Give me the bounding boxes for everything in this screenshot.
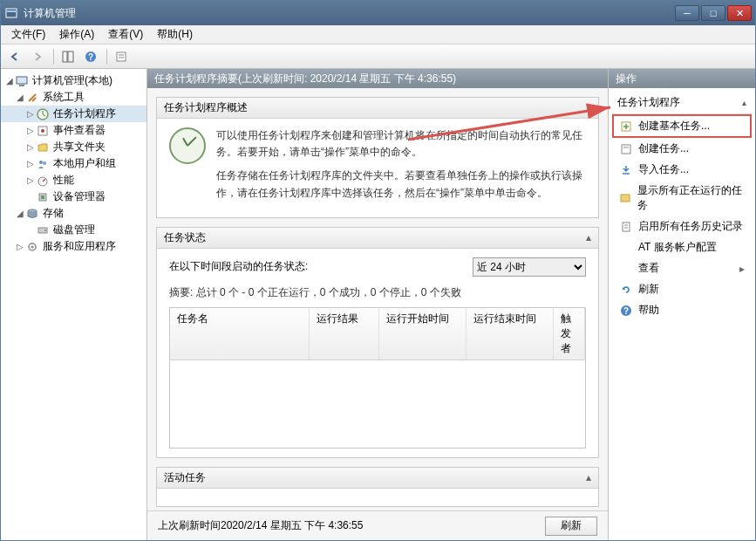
- import-icon: [619, 163, 633, 177]
- show-hide-tree-button[interactable]: [58, 47, 78, 66]
- svg-rect-0: [6, 9, 17, 17]
- chevron-up-icon: ▴: [586, 102, 591, 114]
- action-label: AT 服务帐户配置: [638, 240, 717, 255]
- svg-rect-6: [117, 52, 126, 61]
- action-show-running[interactable]: 显示所有正在运行的任务: [614, 181, 750, 216]
- active-header[interactable]: 活动任务 ▴: [157, 468, 598, 489]
- history-icon: [619, 220, 633, 234]
- center-footer: 上次刷新时间2020/2/14 星期五 下午 4:36:55 刷新: [147, 510, 608, 540]
- expander-icon[interactable]: ▷: [25, 159, 36, 168]
- tree-devmgr[interactable]: 设备管理器: [1, 188, 146, 205]
- main-area: ◢ 计算机管理(本地) ◢ 系统工具 ▷ 任务计划程序 ▷ 事件查看器 ▷: [1, 69, 755, 540]
- action-create-task[interactable]: 创建任务...: [614, 139, 750, 159]
- menu-file[interactable]: 文件(F): [4, 25, 52, 44]
- toolbar: ?: [1, 45, 755, 69]
- create-basic-icon: [619, 120, 633, 134]
- svg-line-19: [43, 179, 45, 181]
- expander-icon[interactable]: ▷: [25, 142, 36, 152]
- properties-button[interactable]: [111, 47, 132, 66]
- maximize-button[interactable]: □: [701, 5, 725, 21]
- actions-section-title: 任务计划程序 ▴: [612, 92, 752, 114]
- action-label: 显示所有正在运行的任务: [637, 183, 745, 213]
- tree-label: 计算机管理(本地): [32, 73, 112, 88]
- clock-icon: [36, 107, 50, 121]
- action-create-basic-task[interactable]: 创建基本任务...: [612, 114, 752, 138]
- status-content: 在以下时间段启动的任务状态: 近 24 小时 摘要: 总计 0 个 - 0 个正…: [157, 249, 598, 457]
- col-start[interactable]: 运行开始时间: [379, 308, 467, 360]
- col-taskname[interactable]: 任务名: [170, 308, 310, 360]
- overview-content: 可以使用任务计划程序来创建和管理计算机将在所指定的时间自动执行的常见任务。若要开…: [157, 119, 598, 217]
- tree-label: 任务计划程序: [53, 106, 116, 121]
- tree-label: 磁盘管理: [53, 223, 95, 237]
- overview-header[interactable]: 任务计划程序概述 ▴: [157, 98, 598, 119]
- col-result[interactable]: 运行结果: [310, 308, 379, 360]
- tree-sharedfolders[interactable]: ▷ 共享文件夹: [1, 139, 146, 155]
- action-help[interactable]: ? 帮助: [614, 300, 750, 320]
- back-button[interactable]: [4, 47, 25, 66]
- folder-icon: [36, 140, 50, 154]
- tree-performance[interactable]: ▷ 性能: [1, 172, 146, 188]
- expander-icon[interactable]: ▷: [25, 126, 36, 135]
- storage-icon: [25, 207, 39, 221]
- action-refresh[interactable]: 刷新: [614, 279, 750, 299]
- toolbar-separator: [53, 49, 54, 65]
- expander-icon[interactable]: ▷: [15, 242, 25, 251]
- svg-rect-1: [7, 10, 16, 12]
- tree-systools[interactable]: ◢ 系统工具: [1, 89, 146, 106]
- status-summary: 摘要: 总计 0 个 - 0 个正在运行，0 个成功，0 个停止，0 个失败: [169, 285, 586, 300]
- tree-eventviewer[interactable]: ▷ 事件查看器: [1, 122, 146, 139]
- action-import-task[interactable]: 导入任务...: [614, 160, 750, 180]
- minimize-button[interactable]: ─: [675, 5, 699, 21]
- forward-button[interactable]: [27, 47, 48, 66]
- refresh-button[interactable]: 刷新: [545, 517, 597, 536]
- running-icon: [619, 191, 632, 205]
- action-label: 查看: [638, 261, 659, 276]
- svg-rect-31: [621, 195, 630, 202]
- menu-view[interactable]: 查看(V): [101, 25, 150, 44]
- device-icon: [36, 190, 50, 204]
- actions-body[interactable]: 任务计划程序 ▴ 创建基本任务... 创建任务... 导入任务...: [609, 88, 755, 540]
- action-view[interactable]: 查看 ▸: [614, 258, 750, 278]
- status-period-select[interactable]: 近 24 小时: [473, 257, 586, 277]
- tree-label: 本地用户和组: [53, 156, 116, 171]
- expander-icon[interactable]: ◢: [4, 76, 15, 86]
- tree-localusers[interactable]: ▷ 本地用户和组: [1, 155, 146, 172]
- action-at-config[interactable]: AT 服务帐户配置: [614, 237, 750, 257]
- close-button[interactable]: ✕: [727, 5, 752, 21]
- expander-icon[interactable]: ▷: [25, 175, 36, 185]
- col-end[interactable]: 运行结束时间: [467, 308, 554, 360]
- svg-rect-3: [68, 51, 73, 62]
- action-label: 启用所有任务历史记录: [638, 219, 743, 234]
- overview-section: 任务计划程序概述 ▴ 可以使用任务计划程序来创建和管理计算机将在所指定的时间自动…: [156, 97, 599, 218]
- svg-rect-28: [622, 145, 630, 154]
- tree-scheduler[interactable]: ▷ 任务计划程序: [1, 106, 146, 122]
- titlebar: 计算机管理 ─ □ ✕: [1, 1, 755, 25]
- tree-servicesapps[interactable]: ▷ 服务和应用程序: [1, 238, 146, 255]
- menu-help[interactable]: 帮助(H): [150, 25, 200, 44]
- tree-label: 设备管理器: [53, 189, 106, 204]
- task-table-body[interactable]: [170, 360, 585, 448]
- window-title: 计算机管理: [24, 6, 675, 21]
- menubar: 文件(F) 操作(A) 查看(V) 帮助(H): [1, 25, 755, 45]
- expander-icon[interactable]: ◢: [15, 209, 25, 218]
- center-body[interactable]: 任务计划程序概述 ▴ 可以使用任务计划程序来创建和管理计算机将在所指定的时间自动…: [147, 88, 608, 510]
- svg-rect-9: [17, 77, 27, 84]
- svg-rect-2: [63, 51, 67, 62]
- tree-root[interactable]: ◢ 计算机管理(本地): [1, 72, 146, 89]
- tree-pane[interactable]: ◢ 计算机管理(本地) ◢ 系统工具 ▷ 任务计划程序 ▷ 事件查看器 ▷: [1, 69, 147, 540]
- tree-storage[interactable]: ◢ 存储: [1, 205, 146, 222]
- actions-header: 操作: [609, 69, 755, 88]
- expander-icon[interactable]: ▷: [25, 109, 36, 119]
- disk-icon: [36, 223, 50, 237]
- col-trigger[interactable]: 触发者: [554, 308, 585, 360]
- action-enable-history[interactable]: 启用所有任务历史记录: [614, 216, 750, 236]
- tree-diskmanage[interactable]: 磁盘管理: [1, 222, 146, 238]
- status-header[interactable]: 任务状态 ▴: [157, 228, 598, 249]
- help-button[interactable]: ?: [80, 47, 101, 66]
- overview-paragraph-1: 可以使用任务计划程序来创建和管理计算机将在所指定的时间自动执行的常见任务。若要开…: [216, 127, 586, 161]
- tree-label: 事件查看器: [53, 123, 106, 138]
- view-icon: [619, 262, 633, 276]
- active-content: [157, 489, 598, 506]
- menu-action[interactable]: 操作(A): [52, 25, 101, 44]
- expander-icon[interactable]: ◢: [15, 92, 25, 102]
